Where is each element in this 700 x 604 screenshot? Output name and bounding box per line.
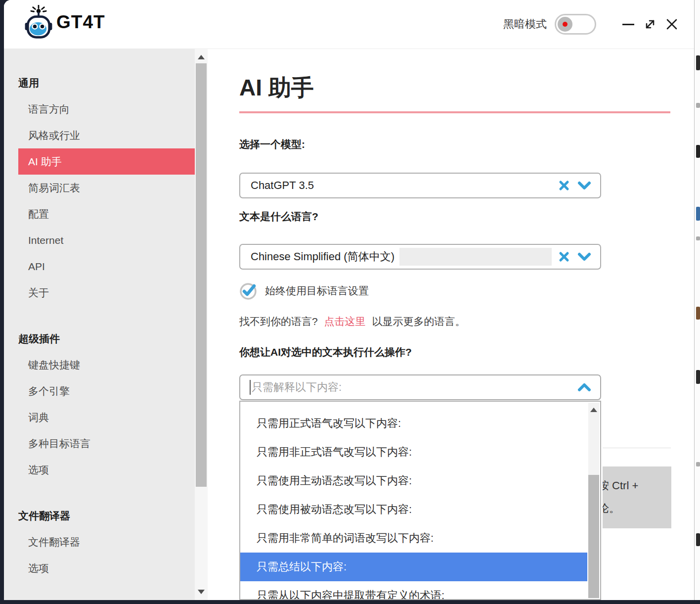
action-label: 你想让AI对选中的文本执行什么操作? [239, 346, 412, 359]
sidebar-item-api[interactable]: API [4, 253, 195, 279]
title-bar: GT4T 黑暗模式 [4, 0, 694, 49]
checkbox-checked-icon [239, 281, 258, 300]
sidebar-scrollbar[interactable] [195, 49, 208, 600]
sidebar-item-simple-glossary[interactable]: 简易词汇表 [4, 175, 195, 201]
background-fragment [696, 207, 700, 221]
sidebar-item-config[interactable]: 配置 [4, 201, 195, 227]
sidebar-item-internet[interactable]: Internet [4, 227, 195, 253]
sidebar-scrollbar-thumb[interactable] [196, 63, 207, 487]
title-underline [239, 111, 670, 113]
source-language-value: Chinese Simplified (简体中文) [251, 249, 394, 264]
model-label: 选择一个模型: [239, 138, 305, 151]
background-divider [603, 448, 671, 448]
scroll-up-arrow-icon[interactable] [198, 55, 205, 59]
background-fragment [696, 307, 700, 320]
chevron-down-icon[interactable] [577, 252, 591, 262]
sidebar-item-ai-assistant[interactable]: AI 助手 [18, 148, 195, 175]
always-use-target-language-checkbox[interactable]: 始终使用目标语言设置 [239, 281, 369, 300]
background-tip-box: 按 Ctrl + 论。 [603, 466, 671, 528]
background-fragment [696, 462, 700, 466]
sidebar-item-multiple-engines[interactable]: 多个引擎 [4, 378, 195, 404]
expand-icon [643, 17, 657, 32]
tip-fragment-line1: 按 Ctrl + [603, 474, 671, 497]
page-title: AI 助手 [239, 73, 314, 103]
source-language-label: 文本是什么语言? [239, 210, 318, 223]
combobox-placeholder: 只需解释以下内容: [252, 380, 342, 395]
background-fragment [696, 55, 700, 70]
model-select[interactable]: ChatGPT 3.5 [239, 173, 601, 198]
scroll-down-arrow-icon[interactable] [198, 590, 205, 594]
toggle-knob-icon [558, 17, 572, 32]
sidebar-item-multiple-target-languages[interactable]: 多种目标语言 [4, 430, 195, 457]
app-logo: GT4T [23, 5, 105, 40]
sidebar-item-keyboard-shortcuts[interactable]: 键盘快捷键 [4, 352, 195, 378]
dark-mode-label: 黑暗模式 [503, 17, 547, 32]
sidebar-item-file-options[interactable]: 选项 [4, 555, 195, 581]
sidebar-item-dictionary[interactable]: 词典 [4, 404, 195, 430]
options-scrollbar[interactable] [588, 403, 599, 598]
background-fragment [696, 103, 700, 108]
sidebar-item-about[interactable]: 关于 [4, 279, 195, 306]
option-summarize[interactable]: 只需总结以下内容: [240, 553, 587, 581]
background-fragment [696, 370, 700, 384]
clear-icon[interactable] [559, 180, 569, 191]
click-here-link[interactable]: 点击这里 [324, 316, 366, 327]
background-fragment [696, 533, 700, 546]
sidebar-section-file-translator: 文件翻译器 [4, 503, 195, 529]
sidebar-section-general: 通用 [4, 70, 195, 96]
main-content: AI 助手 选择一个模型: ChatGPT 3.5 文本是什么语言? Chine… [208, 49, 694, 600]
source-language-select[interactable]: Chinese Simplified (简体中文) [239, 244, 601, 270]
app-window: GT4T 黑暗模式 [4, 0, 694, 600]
dark-mode-toggle[interactable] [555, 14, 596, 35]
more-languages-prefix: 找不到你的语言? [239, 316, 318, 327]
checkbox-label: 始终使用目标语言设置 [265, 284, 369, 298]
sidebar-section-super-plugins: 超级插件 [4, 325, 195, 352]
sidebar-item-language-direction[interactable]: 语言方向 [4, 96, 195, 122]
option-rewrite-informal[interactable]: 只需用非正式语气改写以下内容: [240, 438, 587, 466]
action-combobox[interactable]: 只需解释以下内容: [239, 374, 601, 400]
scroll-up-arrow-icon[interactable] [590, 408, 597, 412]
sidebar-item-style-industry[interactable]: 风格或行业 [4, 122, 195, 148]
close-button[interactable] [663, 14, 680, 34]
text-cursor [250, 380, 251, 395]
minimize-icon [622, 24, 634, 25]
close-icon [664, 17, 679, 32]
maximize-button[interactable] [642, 14, 658, 34]
background-window-sliver [694, 0, 700, 600]
sidebar-item-file-translator[interactable]: 文件翻译器 [4, 529, 195, 555]
action-options-panel: 只需用正式语气改写以下内容: 只需用非正式语气改写以下内容: 只需使用主动语态改… [239, 401, 601, 600]
sidebar-nav: 通用 语言方向 风格或行业 AI 助手 简易词汇表 配置 Internet AP… [4, 49, 195, 600]
options-scrollbar-thumb[interactable] [588, 475, 599, 598]
toggle-red-dot-icon [563, 22, 568, 27]
sidebar-item-options[interactable]: 选项 [4, 457, 195, 483]
clear-icon[interactable] [559, 251, 569, 262]
more-languages-sentence: 找不到你的语言? 点击这里 以显示更多的语言。 [239, 315, 465, 328]
chevron-up-icon[interactable] [577, 382, 591, 392]
option-rewrite-active-voice[interactable]: 只需使用主动语态改写以下内容: [240, 466, 587, 495]
tip-fragment-line2: 论。 [603, 497, 671, 520]
background-fragment [696, 145, 700, 158]
background-fragment [696, 236, 700, 240]
robot-logo-icon [23, 5, 54, 40]
app-title: GT4T [56, 12, 105, 33]
minimize-button[interactable] [620, 14, 637, 34]
chevron-down-icon[interactable] [577, 181, 591, 190]
option-rewrite-formal[interactable]: 只需用正式语气改写以下内容: [240, 409, 587, 438]
more-languages-suffix: 以显示更多的语言。 [372, 316, 465, 327]
option-extract-terms[interactable]: 只需从以下内容中提取带有定义的术语: [240, 581, 587, 600]
select-input-area [399, 248, 552, 266]
option-rewrite-passive-voice[interactable]: 只需使用被动语态改写以下内容: [240, 495, 587, 524]
option-rewrite-simple-words[interactable]: 只需用非常简单的词语改写以下内容: [240, 524, 587, 553]
model-select-value: ChatGPT 3.5 [251, 179, 314, 192]
